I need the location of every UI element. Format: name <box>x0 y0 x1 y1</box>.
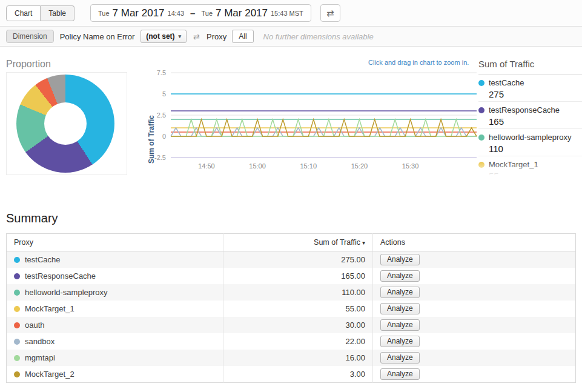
actions-cell: Analyze <box>373 268 576 284</box>
series-color-dot <box>14 322 20 328</box>
chart-section: Proportion Click and drag in chart to zo… <box>0 47 582 205</box>
dimensions-note: No further dimensions available <box>263 32 374 41</box>
proxy-name: oauth <box>25 321 45 330</box>
dimension-name-label: Policy Name on Error <box>60 32 135 41</box>
traffic-cell: 3.00 <box>223 366 373 383</box>
series-color-dot <box>14 306 20 312</box>
legend-series-value: 275 <box>489 89 582 99</box>
svg-text:15:10: 15:10 <box>300 162 317 170</box>
proxy-name: mgmtapi <box>25 353 55 362</box>
proportion-donut[interactable] <box>16 75 114 173</box>
proxy-dimension-label: Proxy <box>207 32 227 41</box>
proxy-name: helloworld-sampleproxy <box>25 288 108 297</box>
summary-title: Summary <box>6 211 582 225</box>
proportion-chart-panel <box>6 72 127 175</box>
table-row: testCache 275.00 Analyze <box>7 251 576 268</box>
line-chart-svg[interactable]: 7.552.50-2.514:5015:0015:1015:2015:30 <box>144 70 480 174</box>
table-row: MockTarget_2 3.00 Analyze <box>7 366 576 383</box>
proxy-name: MockTarget_1 <box>25 304 74 313</box>
legend-list: testCache 275 testResponseCache 165 hell… <box>478 75 582 178</box>
actions-cell: Analyze <box>373 301 576 317</box>
dimension-value-dropdown[interactable]: (not set) ▾ <box>141 30 187 43</box>
dimension-bar: Dimension Policy Name on Error (not set)… <box>0 27 582 47</box>
actions-cell: Analyze <box>373 251 576 268</box>
dimension-chip[interactable]: Dimension <box>6 30 54 43</box>
traffic-cell: 165.00 <box>223 268 373 284</box>
dimension-value-label: (not set) <box>146 32 174 41</box>
summary-section: Summary Proxy Sum of Traffic▾ Actions te… <box>0 205 582 383</box>
traffic-cell: 110.00 <box>223 284 373 301</box>
legend-series-value: 110 <box>489 144 582 154</box>
traffic-cell: 55.00 <box>223 301 373 317</box>
proxy-cell: sandbox <box>7 333 223 350</box>
actions-cell: Analyze <box>373 333 576 350</box>
analyze-button[interactable]: Analyze <box>380 287 420 298</box>
svg-text:15:20: 15:20 <box>351 162 368 170</box>
svg-text:2.5: 2.5 <box>157 111 166 119</box>
analyze-button[interactable]: Analyze <box>380 352 420 364</box>
sort-desc-icon: ▾ <box>362 239 365 246</box>
traffic-cell: 30.00 <box>223 317 373 333</box>
legend-item[interactable]: MockTarget_1 55 <box>478 156 582 178</box>
start-date: 7 Mar 2017 <box>113 7 165 19</box>
legend-item[interactable]: testResponseCache 165 <box>478 102 582 129</box>
swap-icon: ⇄ <box>193 32 200 41</box>
svg-text:5: 5 <box>162 90 166 98</box>
analyze-button[interactable]: Analyze <box>380 319 420 331</box>
series-color-dot <box>478 135 484 141</box>
legend-item[interactable]: testCache 275 <box>478 75 582 102</box>
table-row: oauth 30.00 Analyze <box>7 317 576 333</box>
chart-view-button[interactable]: Chart <box>6 5 41 21</box>
traffic-cell: 275.00 <box>223 251 373 268</box>
proportion-title: Proportion <box>6 59 51 70</box>
analyze-button[interactable]: Analyze <box>380 254 420 265</box>
svg-text:15:30: 15:30 <box>402 162 419 170</box>
table-row: sandbox 22.00 Analyze <box>7 333 576 350</box>
analyze-button[interactable]: Analyze <box>380 303 420 314</box>
proxy-cell: mgmtapi <box>7 350 223 366</box>
table-view-button[interactable]: Table <box>41 5 74 21</box>
analyze-button[interactable]: Analyze <box>380 368 420 380</box>
legend-item[interactable]: helloworld-sampleproxy 110 <box>478 129 582 156</box>
zoom-hint-text: Click and drag in chart to zoom in. <box>368 59 469 66</box>
proxy-name: sandbox <box>25 337 55 346</box>
traffic-line-chart-panel: Sum of Traffic 7.552.50-2.514:5015:0015:… <box>130 70 478 194</box>
table-row: helloworld-sampleproxy 110.00 Analyze <box>7 284 576 301</box>
actions-cell: Analyze <box>373 317 576 333</box>
series-color-dot <box>14 371 20 377</box>
svg-text:7.5: 7.5 <box>157 70 166 76</box>
traffic-cell: 22.00 <box>223 333 373 350</box>
series-color-dot <box>14 355 20 361</box>
date-range-picker[interactable]: Tue 7 Mar 2017 14:43 – Tue 7 Mar 2017 15… <box>90 4 311 22</box>
proxy-filter-button[interactable]: All <box>232 30 253 43</box>
series-color-dot <box>478 162 484 168</box>
refresh-icon: ⇄ <box>326 8 334 19</box>
column-header-traffic[interactable]: Sum of Traffic▾ <box>223 234 373 251</box>
legend-series-name: MockTarget_1 <box>489 160 538 169</box>
proxy-cell: oauth <box>7 317 223 333</box>
legend-title: Sum of Traffic <box>478 59 582 75</box>
proxy-name: testResponseCache <box>25 271 96 281</box>
analyze-button[interactable]: Analyze <box>380 336 420 347</box>
table-row: mgmtapi 16.00 Analyze <box>7 350 576 366</box>
column-header-actions: Actions <box>373 234 576 251</box>
series-color-dot <box>14 290 20 296</box>
traffic-header-label: Sum of Traffic <box>314 238 360 247</box>
legend-series-value: 165 <box>489 116 582 127</box>
proxy-cell: MockTarget_2 <box>7 366 223 383</box>
table-row: MockTarget_1 55.00 Analyze <box>7 301 576 317</box>
start-time: 14:43 <box>168 10 185 17</box>
end-day: Tue <box>201 10 213 17</box>
proxy-name: testCache <box>25 255 61 264</box>
legend-series-value: 55 <box>489 171 582 178</box>
end-date: 7 Mar 2017 <box>216 7 268 19</box>
chart-legend: Sum of Traffic testCache 275 testRespons… <box>478 59 582 178</box>
proxy-cell: MockTarget_1 <box>7 301 223 317</box>
series-color-dot <box>14 339 20 345</box>
svg-text:15:00: 15:00 <box>249 162 266 170</box>
proxy-cell: helloworld-sampleproxy <box>7 284 223 301</box>
analyze-button[interactable]: Analyze <box>380 270 420 282</box>
end-time: 15:43 MST <box>271 10 303 17</box>
refresh-button[interactable]: ⇄ <box>320 4 340 22</box>
summary-header-row: Proxy Sum of Traffic▾ Actions <box>7 234 576 251</box>
